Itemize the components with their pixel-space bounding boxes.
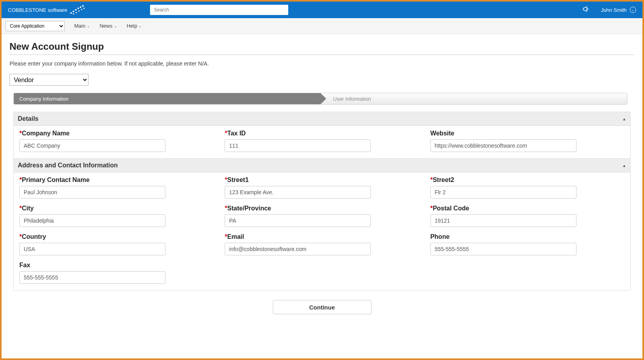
logo-dots-icon [69,4,85,15]
continue-wrap: Continue [9,291,635,318]
input-email[interactable] [225,243,371,255]
megaphone-icon[interactable] [583,6,590,14]
field-postal: *Postal Code [430,205,625,227]
page-instruction: Please enter your company information be… [9,60,635,67]
field-primary-contact: *Primary Contact Name [19,176,214,199]
input-tax-id[interactable] [225,139,371,152]
label-tax-id: *Tax ID [225,130,419,137]
topbar-right: John Smith ⌄ [583,6,636,14]
label-country: *Country [19,233,214,240]
label-state: *State/Province [225,205,419,212]
menu-main-label: Main [74,23,85,29]
input-street2[interactable] [430,186,576,199]
svg-point-1 [73,11,74,12]
section-address-body: *Primary Contact Name *Street1 *Street2 … [14,172,630,290]
account-type-select[interactable]: Vendor [9,74,88,86]
menu-main[interactable]: Main ⌄ [74,23,90,29]
label-street2: *Street2 [430,176,625,184]
continue-button[interactable]: Continue [273,300,372,314]
menu-help-label: Help [127,23,137,29]
chevron-down-icon: ⌄ [87,24,90,28]
user-menu[interactable]: John Smith ⌄ [601,7,636,13]
section-details-header[interactable]: Details ▲ [14,112,630,126]
label-fax: Fax [19,262,214,269]
svg-point-9 [81,9,83,10]
field-city: *City [19,205,214,227]
chevron-down-icon: ⌄ [139,24,142,28]
menubar: Core Application Main ⌄ News ⌄ Help ⌄ [2,18,642,34]
svg-point-7 [76,12,77,13]
label-city: *City [19,205,214,212]
step-label: Company Information [19,96,68,102]
input-country[interactable] [19,243,165,255]
input-primary-contact[interactable] [19,186,165,199]
field-phone: Phone [430,233,625,255]
menu-news[interactable]: News ⌄ [100,23,117,29]
section-title: Details [18,115,38,122]
label-email: *Email [225,233,419,240]
input-postal[interactable] [430,214,576,227]
label-street1: *Street1 [225,176,419,184]
field-country: *Country [19,233,214,255]
input-fax[interactable] [19,271,165,284]
page-title: New Account Signup [9,41,635,55]
step-tabs: Company Information User Information [13,93,627,105]
search-input[interactable] [150,5,288,15]
section-title: Address and Contact Information [18,162,118,169]
collapse-up-icon: ▲ [622,163,626,168]
svg-point-2 [75,9,77,11]
app-select[interactable]: Core Application [6,21,65,31]
brand-logo: COBBLESTONE software [8,4,150,15]
menu-news-label: News [100,23,113,29]
svg-point-6 [73,13,74,14]
input-website[interactable] [430,139,576,152]
input-company-name[interactable] [19,139,165,152]
label-website: Website [430,130,625,137]
input-city[interactable] [19,214,165,227]
form-area: Details ▲ *Company Name *Tax ID Website … [13,112,631,291]
step-company-information[interactable]: Company Information [14,93,321,104]
brand-sub: software [48,7,67,13]
input-street1[interactable] [225,186,371,199]
input-phone[interactable] [430,243,576,255]
svg-point-3 [77,8,79,9]
field-state: *State/Province [225,205,419,227]
step-label: User Information [333,96,371,102]
label-company-name: *Company Name [19,130,214,137]
chevron-down-icon: ⌄ [630,7,636,13]
field-email: *Email [225,233,419,255]
field-fax: Fax [19,262,214,284]
label-phone: Phone [430,233,625,240]
menu-help[interactable]: Help ⌄ [127,23,142,29]
svg-point-8 [79,10,80,11]
section-address-header[interactable]: Address and Contact Information ▲ [14,158,630,172]
input-state[interactable] [225,214,371,227]
topbar: COBBLESTONE software John Smith ⌄ [2,2,642,18]
svg-point-5 [82,5,84,7]
svg-point-4 [80,6,81,8]
section-details-body: *Company Name *Tax ID Website [14,126,630,158]
chevron-down-icon: ⌄ [114,24,117,28]
label-primary-contact: *Primary Contact Name [19,176,214,184]
field-street1: *Street1 [225,176,419,199]
user-name: John Smith [601,7,627,13]
step-user-information[interactable]: User Information [321,93,627,104]
collapse-up-icon: ▲ [622,117,626,121]
brand-name: COBBLESTONE [8,7,46,13]
field-street2: *Street2 [430,176,625,199]
svg-point-10 [84,8,85,9]
svg-point-0 [70,12,72,14]
label-postal: *Postal Code [430,205,625,212]
field-company-name: *Company Name [19,130,214,152]
field-website: Website [430,130,625,152]
search-wrap [150,5,288,15]
field-tax-id: *Tax ID [225,130,419,152]
page-content: New Account Signup Please enter your com… [2,34,642,326]
